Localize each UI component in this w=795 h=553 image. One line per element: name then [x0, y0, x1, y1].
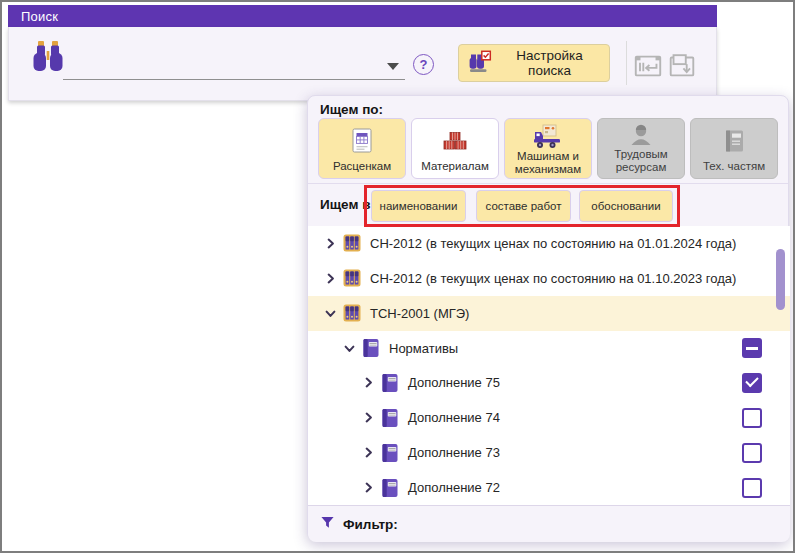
search-in-chip-name[interactable]: наименовании	[371, 190, 466, 222]
scope-button-materials[interactable]: Материалам	[411, 118, 499, 179]
chevron-right-icon[interactable]	[360, 480, 376, 496]
scope-button-label: Материалам	[419, 160, 491, 178]
tree-row-label: Дополнение 73	[408, 445, 500, 460]
search-in-chip-works[interactable]: составе работ	[476, 190, 571, 222]
search-in-chip-justification[interactable]: обосновании	[579, 190, 673, 222]
catalog-icon	[343, 304, 361, 322]
rates-document-icon	[349, 119, 375, 160]
chevron-down-icon[interactable]	[387, 63, 399, 70]
search-scope-panel: Ищем по: Расценкам	[307, 95, 789, 541]
scope-button-machines[interactable]: Машинам и механизмам	[504, 118, 592, 179]
toolbar-separator	[626, 41, 627, 85]
materials-bricks-icon	[441, 119, 469, 160]
tree-row-label: ТСН-2001 (МГЭ)	[370, 306, 469, 321]
search-settings-button[interactable]: Настройка поиска	[458, 44, 610, 82]
chevron-right-icon[interactable]	[360, 375, 376, 391]
filter-label: Фильтр:	[343, 517, 398, 532]
tree-row-label: Нормативы	[389, 341, 458, 356]
chevron-right-icon[interactable]	[360, 410, 376, 426]
tree-row-tsn2001[interactable]: ТСН-2001 (МГЭ)	[308, 296, 790, 331]
scope-button-labor: Трудовым ресурсам	[597, 118, 685, 179]
labor-worker-icon	[628, 119, 654, 148]
screenshot-root: Поиск ?	[0, 0, 795, 553]
scope-button-label: Тех. частям	[701, 160, 767, 178]
book-icon	[381, 443, 399, 463]
scope-button-label: Расценкам	[331, 160, 393, 178]
binoculars-icon	[29, 40, 67, 78]
scrollbar-thumb[interactable]	[776, 249, 785, 310]
chevron-right-icon[interactable]	[322, 235, 338, 251]
chevron-right-icon[interactable]	[360, 445, 376, 461]
tree-row-sn2012-2024[interactable]: СН-2012 (в текущих ценах по состоянию на…	[308, 226, 790, 261]
scope-button-label: Машинам и механизмам	[505, 150, 591, 181]
tree-row-dop75[interactable]: Дополнение 75	[308, 366, 790, 401]
search-by-label: Ищем по:	[320, 102, 383, 117]
checkbox-checked[interactable]	[742, 373, 762, 393]
catalog-icon	[343, 234, 361, 252]
book-icon	[381, 408, 399, 428]
tree-row-dop72[interactable]: Дополнение 72	[308, 470, 790, 505]
scope-button-label: Трудовым ресурсам	[598, 148, 684, 179]
search-toolbar: ? Настройка поиска	[8, 27, 717, 101]
book-icon	[381, 478, 399, 498]
book-icon	[362, 338, 380, 358]
close-icon[interactable]	[769, 5, 785, 21]
checkbox-unchecked[interactable]	[742, 478, 762, 498]
tree-row-sn2012-2023[interactable]: СН-2012 (в текущих ценах по состоянию на…	[308, 261, 790, 296]
checkbox-unchecked[interactable]	[742, 408, 762, 428]
tree-row-normativy[interactable]: Нормативы	[308, 331, 790, 366]
tree-row-label: Дополнение 75	[408, 375, 500, 390]
chevron-right-icon[interactable]	[322, 270, 338, 286]
binoculars-check-icon	[468, 50, 492, 76]
scope-button-tech-parts: Тех. частям	[690, 118, 778, 179]
filter-funnel-icon	[320, 515, 335, 533]
dialog-title: Поиск	[21, 9, 58, 24]
tree-row-dop73[interactable]: Дополнение 73	[308, 435, 790, 470]
tree-row-label: Дополнение 74	[408, 410, 500, 425]
dialog-titlebar: Поиск	[8, 5, 717, 27]
chevron-down-icon[interactable]	[341, 340, 357, 356]
scope-button-rates[interactable]: Расценкам	[318, 118, 406, 179]
tree-row-label: Дополнение 72	[408, 480, 500, 495]
tech-parts-book-icon	[721, 119, 747, 160]
tree-row-label: СН-2012 (в текущих ценах по состоянию на…	[370, 271, 736, 286]
panel-return-icon[interactable]	[632, 52, 664, 80]
checkbox-indeterminate[interactable]	[742, 338, 762, 358]
tree-row-label: СН-2012 (в текущих ценах по состоянию на…	[370, 236, 736, 251]
catalog-icon	[343, 269, 361, 287]
checkbox-unchecked[interactable]	[742, 443, 762, 463]
question-mark-icon[interactable]: ?	[413, 54, 434, 75]
panel-divider	[308, 183, 788, 184]
tree-row-dop74[interactable]: Дополнение 74	[308, 400, 790, 435]
filter-bar: Фильтр:	[308, 505, 790, 542]
search-in-label: Ищем в:	[320, 197, 375, 212]
chevron-down-icon[interactable]	[322, 305, 338, 321]
settings-button-label: Настройка поиска	[499, 48, 600, 78]
window-export-icon[interactable]	[666, 52, 698, 80]
catalog-tree: СН-2012 (в текущих ценах по состоянию на…	[308, 226, 790, 505]
book-icon	[381, 373, 399, 393]
machines-truck-icon	[532, 119, 564, 150]
search-input[interactable]	[63, 53, 405, 80]
